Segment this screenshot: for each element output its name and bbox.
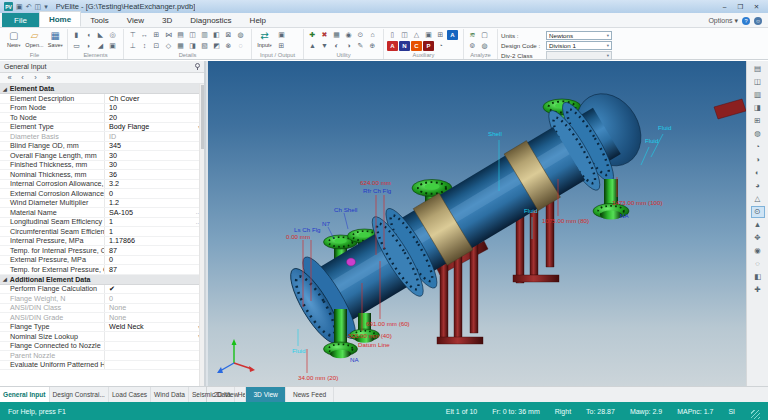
property-row[interactable]: Temp. for External Pressure, C 87 [0, 265, 204, 275]
tab-diagnostics[interactable]: Diagnostics [181, 13, 240, 27]
clip-icon[interactable]: ◇ [163, 41, 174, 51]
units-select[interactable]: Newtons▾ [546, 31, 612, 40]
property-row[interactable]: Finished Thickness, mm 30 [0, 161, 204, 171]
property-row[interactable]: External Corrosion Allowance, mm 0 [0, 189, 204, 199]
quick-save-icon[interactable]: ◫ [35, 2, 42, 11]
measure-icon[interactable]: ⊙ [355, 30, 366, 40]
move-down-icon[interactable]: ▼ [319, 41, 330, 51]
misc-detail-icon[interactable]: ◌ [235, 41, 246, 51]
halfpipe-icon[interactable]: ▧ [199, 41, 210, 51]
iso-view-icon[interactable]: ◔ [751, 141, 765, 153]
bottom-view-icon[interactable]: ◍ [751, 128, 765, 140]
elliptical-head-icon[interactable]: ◖ [83, 30, 94, 40]
back-view-icon[interactable]: ◫ [751, 76, 765, 88]
output-grid-icon[interactable]: ⊞ [276, 41, 287, 51]
pan-view-icon[interactable]: ✥ [751, 232, 765, 244]
property-row[interactable]: Overall Flange Length, mm 30 [0, 151, 204, 161]
close-button[interactable]: ✕ [749, 1, 764, 12]
rotate-view-icon[interactable]: ◐ [751, 167, 765, 179]
tab-design-constraints[interactable]: Design Constrai... [50, 387, 109, 402]
select-tool-icon[interactable]: ◉ [751, 245, 765, 257]
tab-3d[interactable]: 3D [153, 13, 181, 27]
property-row[interactable]: Diameter Basis ID [0, 132, 204, 142]
tab-news-feed[interactable]: News Feed [286, 387, 334, 402]
property-row[interactable]: Circumferential Seam Efficiency 1 [0, 227, 204, 237]
tailing-lug-icon[interactable]: ◨ [187, 41, 198, 51]
tab-home[interactable]: Home [39, 11, 81, 27]
tab-wind-data[interactable]: Wind Data [151, 387, 189, 402]
property-row[interactable]: Flange Type Weld Neck▾ [0, 323, 204, 333]
section-view-icon[interactable]: ◧ [751, 271, 765, 283]
property-row[interactable]: Wind Diameter Multiplier 1.2 [0, 199, 204, 209]
last-element-icon[interactable]: » [44, 73, 53, 83]
property-row[interactable]: Flange Weight, N 0 [0, 294, 204, 304]
save-button[interactable]: ▦ Save▾ [47, 30, 64, 48]
tray-icon[interactable]: ▥ [199, 30, 210, 40]
calculator-icon[interactable]: ◫ [399, 30, 410, 40]
nozzle-detail-icon[interactable]: ↔ [139, 30, 150, 40]
autocad-export-icon[interactable]: A [387, 41, 398, 51]
property-row[interactable]: Element Type Body Flange▾ [0, 123, 204, 133]
conical-section-icon[interactable]: ◣ [95, 30, 106, 40]
liquid-detail-icon[interactable]: ⊗ [223, 41, 234, 51]
property-row[interactable]: From Node 10 [0, 104, 204, 114]
property-row[interactable]: External Pressure, MPa 0 [0, 256, 204, 266]
quick-customize-icon[interactable]: ▾ [44, 2, 48, 11]
view-settings-icon[interactable]: ✚ [751, 284, 765, 296]
input-button[interactable]: ⇄ Input▾ [255, 30, 274, 51]
perspective-icon[interactable]: ◑ [751, 154, 765, 166]
analyze-run-icon[interactable]: ≋ [467, 30, 478, 40]
front-view-icon[interactable]: ▤ [751, 63, 765, 75]
property-row[interactable]: Temp. for Internal Pressure, C 87 [0, 246, 204, 256]
report-icon[interactable]: ▢ [479, 30, 490, 40]
spin-view-icon[interactable]: ◕ [751, 180, 765, 192]
tab-2d-view[interactable]: 2D View [207, 387, 246, 402]
maximize-button[interactable]: ❐ [733, 1, 748, 12]
tab-load-cases[interactable]: Load Cases [109, 387, 151, 402]
delete-element-icon[interactable]: ✖ [319, 30, 330, 40]
ring-detail-icon[interactable]: ◩ [211, 41, 222, 51]
tab-3d-view[interactable]: 3D View [246, 387, 285, 402]
move-up-icon[interactable]: ▲ [307, 41, 318, 51]
div2-class-select[interactable]: ▾ [546, 51, 612, 60]
notes-icon[interactable]: ▣ [423, 30, 434, 40]
property-row[interactable]: Internal Pressure, MPa 1.17866 [0, 237, 204, 247]
quick-new-icon[interactable]: ▣ [16, 2, 23, 11]
measure-tool-icon[interactable]: ◌ [751, 258, 765, 270]
section-element-data[interactable]: ◢ Element Data [0, 84, 204, 94]
property-row[interactable]: Flange Connected to Nozzle [0, 342, 204, 352]
panel-scrollbar[interactable] [199, 84, 204, 387]
platform-icon[interactable]: ⊞ [151, 30, 162, 40]
moment-icon[interactable]: ⊡ [151, 41, 162, 51]
property-row[interactable]: Longitudinal Seam Efficiency 1… [0, 218, 204, 228]
codecalc-input-icon[interactable]: ▣ [276, 30, 287, 40]
options-menu[interactable]: Options ▾ [708, 17, 738, 25]
new-button[interactable]: ▢ New▾ [5, 30, 22, 48]
property-row[interactable]: Nominal Thickness, mm 36 [0, 170, 204, 180]
body-flange-element-icon[interactable]: ◎ [107, 30, 118, 40]
property-row[interactable]: To Node 20 [0, 113, 204, 123]
first-element-icon[interactable]: « [5, 73, 14, 83]
share-model-icon[interactable]: ▦ [331, 30, 342, 40]
zoom-out-icon[interactable]: ▲ [751, 219, 765, 231]
add-detail-icon[interactable]: ⊕ [367, 41, 378, 51]
force-icon[interactable]: ↕ [139, 41, 150, 51]
nozzle-pro-icon[interactable]: N [399, 41, 410, 51]
home-view-icon[interactable]: ⌂ [367, 30, 378, 40]
tab-view[interactable]: View [118, 13, 153, 27]
zoom-fit-icon[interactable]: ⊙ [751, 206, 765, 218]
top-view-icon[interactable]: ⊞ [751, 115, 765, 127]
weight-detail-icon[interactable]: ⊠ [223, 30, 234, 40]
lining-icon[interactable]: ⊥ [127, 41, 138, 51]
insulation-detail-icon[interactable]: ◍ [235, 30, 246, 40]
error-check-icon[interactable]: ⊚ [467, 41, 478, 51]
account-icon[interactable]: ☺ [754, 17, 762, 25]
tab-file[interactable]: File [2, 13, 39, 27]
box-element-icon[interactable]: ▭ [71, 41, 82, 51]
left-view-icon[interactable]: ▥ [751, 89, 765, 101]
flat-head-icon[interactable]: ▣ [107, 41, 118, 51]
cylinder-element-icon[interactable]: ▮ [71, 30, 82, 40]
insert-element-icon[interactable]: ✚ [307, 30, 318, 40]
stress-tool-icon[interactable]: △ [411, 30, 422, 40]
section-additional-element-data[interactable]: ◢ Additional Element Data [0, 275, 204, 285]
